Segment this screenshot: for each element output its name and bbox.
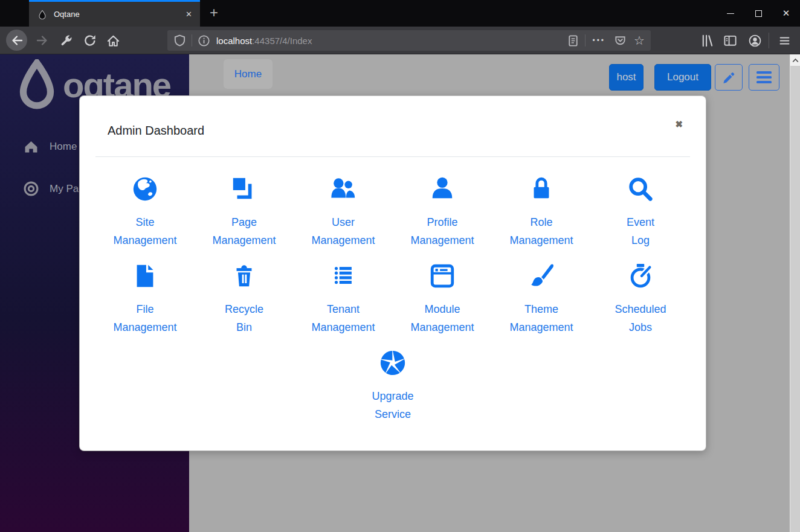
logout-button[interactable]: Logout — [654, 64, 711, 91]
people-icon — [329, 175, 357, 203]
tile-scheduled-jobs[interactable]: Scheduled Jobs — [591, 262, 690, 336]
magnifier-icon — [627, 175, 654, 203]
oqtane-favicon-droplet-icon — [37, 10, 47, 19]
lock-icon — [527, 175, 555, 203]
brush-icon — [527, 262, 555, 290]
home-icon — [106, 34, 120, 48]
account-button[interactable] — [747, 33, 762, 48]
admin-dashboard-modal: Admin Dashboard ✖ Site Management — [79, 95, 706, 451]
tile-label: Tenant Management — [294, 300, 393, 336]
tile-label: Recycle Bin — [195, 300, 294, 336]
site-info-icon[interactable] — [198, 34, 210, 47]
aperture-icon — [379, 349, 407, 377]
back-button[interactable] — [6, 30, 27, 51]
bookmark-star-icon[interactable]: ☆ — [634, 34, 645, 46]
tile-label: Scheduled Jobs — [591, 300, 690, 336]
new-tab-button[interactable]: + — [204, 4, 224, 23]
tile-theme-management[interactable]: Theme Management — [492, 262, 591, 336]
tile-module-management[interactable]: Module Management — [393, 262, 492, 336]
tile-label: Module Management — [393, 300, 492, 336]
account-icon — [748, 34, 762, 48]
tile-tenant-management[interactable]: Tenant Management — [294, 262, 393, 336]
tile-page-management[interactable]: Page Management — [195, 175, 294, 249]
customize-button[interactable] — [59, 33, 74, 48]
forward-button[interactable] — [35, 33, 50, 48]
tile-role-management[interactable]: Role Management — [492, 175, 591, 249]
tile-label: Page Management — [195, 213, 294, 249]
hamburger-icon — [778, 34, 791, 47]
sidebar-toggle-button[interactable] — [723, 33, 737, 48]
tab-oqtane[interactable]: Oqtane ✕ — [29, 0, 200, 27]
timer-icon — [627, 262, 654, 290]
menu-button[interactable] — [777, 33, 792, 48]
list-icon — [329, 262, 357, 290]
burger-bar-icon — [756, 76, 772, 79]
burger-bar-icon — [756, 81, 772, 83]
modal-close-button[interactable]: ✖ — [675, 119, 683, 130]
page-actions-icon[interactable]: ••• — [592, 36, 605, 45]
sidebar-item-home[interactable]: Home — [23, 138, 77, 155]
browser-window-icon — [428, 262, 456, 290]
home-button[interactable] — [106, 33, 120, 48]
url-text[interactable]: localhost:44357/4/Index — [216, 36, 567, 46]
tile-site-management[interactable]: Site Management — [95, 175, 195, 249]
pencil-icon — [723, 71, 735, 84]
browser-window: Oqtane ✕ + ✕ — [0, 0, 800, 532]
tile-label: Event Log — [591, 213, 690, 249]
admin-tiles-grid: Site Management Page Management — [94, 157, 692, 436]
tracking-protection-shield-icon[interactable] — [173, 34, 186, 47]
navigation-toolbar: localhost:44357/4/Index ••• ☆ — [0, 27, 800, 54]
control-panel-button[interactable] — [749, 64, 779, 91]
toolbar-separator — [769, 33, 769, 48]
tile-label: File Management — [95, 300, 195, 336]
tile-user-management[interactable]: User Management — [294, 175, 393, 249]
maximize-button[interactable] — [744, 0, 772, 27]
tab-title: Oqtane — [54, 10, 185, 19]
back-arrow-icon — [10, 33, 24, 48]
window-controls: ✕ — [717, 0, 800, 27]
modal-header: Admin Dashboard ✖ — [80, 96, 706, 139]
edit-mode-button[interactable] — [715, 64, 743, 91]
chevron-up-icon — [792, 58, 799, 63]
tile-label: User Management — [294, 213, 393, 249]
close-window-button[interactable]: ✕ — [772, 0, 800, 27]
minimize-icon — [727, 13, 734, 14]
tile-label: Upgrade Service — [343, 387, 442, 423]
tile-event-log[interactable]: Event Log — [591, 175, 690, 249]
minimize-button[interactable] — [717, 0, 744, 27]
nav-home-link[interactable]: Home — [224, 59, 273, 89]
scroll-up-button[interactable] — [790, 54, 800, 66]
reader-mode-icon[interactable] — [567, 34, 579, 47]
reload-icon — [83, 34, 97, 47]
sidebar-item-label: Home — [50, 141, 77, 153]
sidebar-toggle-icon — [723, 34, 737, 48]
burger-bar-icon — [756, 71, 772, 74]
library-icon — [700, 34, 714, 48]
tile-file-management[interactable]: File Management — [95, 262, 195, 336]
reload-button[interactable] — [83, 33, 97, 48]
globe-icon — [131, 175, 159, 203]
tile-label: Theme Management — [492, 300, 591, 336]
urlbar-separator — [192, 34, 192, 46]
trash-icon — [230, 262, 258, 290]
wrench-icon — [60, 34, 73, 47]
tile-upgrade-service[interactable]: Upgrade Service — [343, 349, 442, 423]
url-path: :44357/4/Index — [252, 36, 312, 46]
vertical-scrollbar[interactable] — [790, 54, 800, 532]
pages-icon — [230, 175, 258, 203]
url-bar[interactable]: localhost:44357/4/Index ••• ☆ — [167, 30, 651, 51]
tile-profile-management[interactable]: Profile Management — [393, 175, 492, 249]
maximize-icon — [755, 10, 762, 17]
close-icon: ✕ — [782, 8, 790, 19]
tab-close-icon[interactable]: ✕ — [185, 10, 192, 19]
library-button[interactable] — [700, 33, 714, 48]
tile-recycle-bin[interactable]: Recycle Bin — [195, 262, 294, 336]
tile-label: Role Management — [492, 213, 591, 249]
file-icon — [131, 262, 159, 290]
host-button[interactable]: host — [609, 64, 644, 91]
oqtane-droplet-icon — [15, 59, 59, 111]
modal-title: Admin Dashboard — [108, 121, 678, 139]
target-icon — [23, 181, 39, 197]
page-content: oqtane Home My Page Home host Logout — [0, 54, 800, 532]
pocket-icon[interactable] — [614, 34, 627, 47]
